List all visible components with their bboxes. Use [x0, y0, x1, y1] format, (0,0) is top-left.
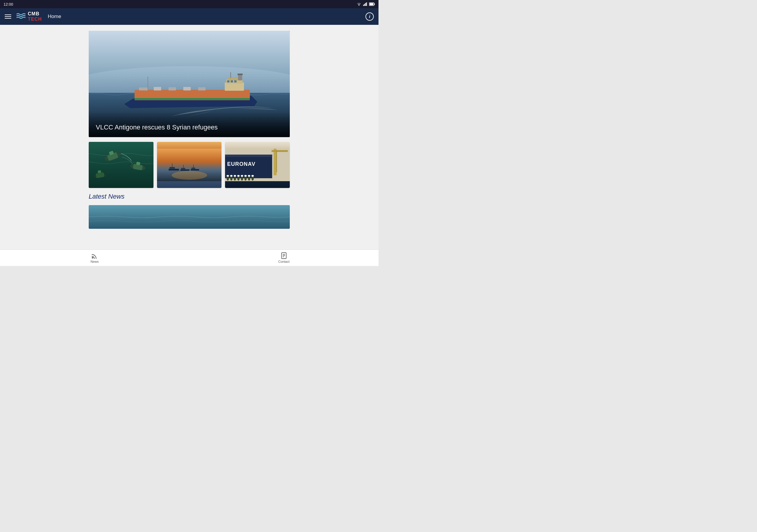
- svg-rect-12: [135, 98, 250, 100]
- news-nav-label: News: [90, 260, 99, 263]
- svg-rect-17: [231, 80, 233, 82]
- svg-rect-41: [169, 167, 175, 169]
- logo-waves-icon: [15, 11, 26, 22]
- svg-point-39: [171, 171, 207, 180]
- wifi-icon: [357, 2, 361, 6]
- our-company-image: [89, 142, 153, 188]
- content-wrapper: VLCC Antigone rescues 8 Syrian refugees: [89, 31, 290, 244]
- svg-point-0: [359, 5, 359, 6]
- nav-left: CMB TECH Home: [5, 11, 61, 22]
- info-button[interactable]: i: [366, 13, 374, 21]
- news-preview-image[interactable]: [89, 205, 290, 229]
- svg-point-65: [230, 175, 233, 177]
- status-bar: 12:00: [0, 0, 378, 8]
- svg-text:EURONAV: EURONAV: [227, 161, 256, 167]
- svg-point-64: [227, 175, 229, 177]
- svg-rect-7: [370, 3, 374, 5]
- svg-point-70: [248, 175, 251, 177]
- hero-overlay: VLCC Antigone rescues 8 Syrian refugees: [89, 112, 290, 137]
- logo-cmb: CMB: [28, 11, 42, 16]
- logo-tech: TECH: [28, 16, 42, 22]
- svg-point-68: [241, 175, 243, 177]
- status-icons: [357, 2, 375, 6]
- our-strategy-card[interactable]: Our strategy ›: [157, 142, 222, 188]
- svg-point-67: [237, 175, 240, 177]
- menu-button[interactable]: [5, 15, 11, 18]
- logo-text: CMB TECH: [28, 11, 42, 21]
- svg-point-71: [252, 175, 254, 177]
- our-strategy-image: [157, 142, 222, 188]
- contact-nav-item[interactable]: Contact: [189, 251, 378, 265]
- our-company-card[interactable]: Our Company ›: [89, 142, 153, 188]
- svg-rect-2: [364, 4, 365, 6]
- svg-rect-13: [225, 82, 244, 91]
- svg-point-66: [234, 175, 236, 177]
- contact-nav-icon: [281, 252, 287, 259]
- bottom-nav: News Contact: [0, 250, 378, 266]
- svg-rect-23: [168, 87, 176, 90]
- signal-icon: [363, 2, 367, 6]
- latest-news-section: Latest News: [89, 193, 290, 200]
- svg-rect-24: [183, 87, 191, 90]
- svg-rect-16: [227, 80, 229, 82]
- svg-rect-3: [365, 3, 366, 6]
- battery-icon: [369, 2, 375, 6]
- svg-point-69: [245, 175, 247, 177]
- logo: CMB TECH: [15, 11, 42, 22]
- svg-rect-20: [237, 74, 243, 75]
- svg-rect-1: [363, 5, 364, 6]
- news-nav-item[interactable]: News: [0, 251, 189, 265]
- svg-rect-25: [198, 87, 205, 90]
- page-title: Home: [48, 14, 61, 19]
- svg-rect-4: [366, 2, 367, 6]
- svg-rect-18: [234, 80, 237, 82]
- contact-nav-label: Contact: [278, 260, 289, 263]
- svg-rect-45: [191, 167, 195, 169]
- svg-rect-19: [238, 74, 242, 80]
- svg-rect-28: [89, 142, 153, 188]
- svg-rect-22: [154, 87, 161, 90]
- nav-bar: CMB TECH Home i: [0, 8, 378, 25]
- svg-rect-21: [139, 87, 148, 90]
- news-icon: [91, 252, 98, 259]
- contact-image: EURONAV: [225, 142, 290, 188]
- svg-rect-6: [374, 4, 375, 5]
- latest-news-title: Latest News: [89, 193, 290, 200]
- svg-rect-54: [272, 150, 288, 152]
- time: 12:00: [4, 2, 13, 7]
- contact-card[interactable]: EURONAV: [225, 142, 290, 188]
- svg-rect-43: [181, 168, 185, 170]
- cards-row: Our Company ›: [89, 142, 290, 188]
- hero-card[interactable]: VLCC Antigone rescues 8 Syrian refugees: [89, 31, 290, 137]
- main-content: VLCC Antigone rescues 8 Syrian refugees: [0, 25, 378, 250]
- svg-rect-52: [225, 155, 272, 157]
- svg-point-73: [92, 257, 93, 259]
- svg-rect-53: [274, 149, 277, 175]
- svg-rect-72: [89, 205, 290, 229]
- hero-title: VLCC Antigone rescues 8 Syrian refugees: [96, 124, 283, 131]
